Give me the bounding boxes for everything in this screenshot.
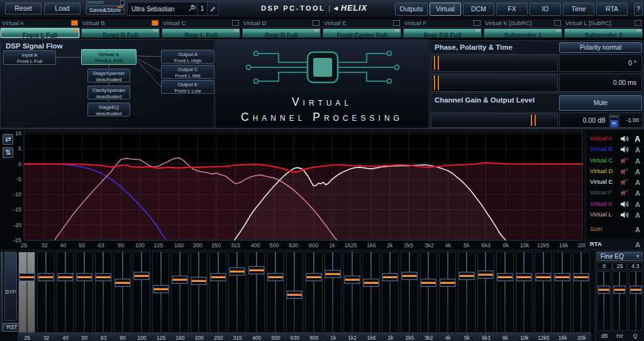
eq-band-handle[interactable] <box>344 276 360 284</box>
eq-band-handle[interactable] <box>401 272 417 280</box>
fine-slider-handle[interactable] <box>614 286 626 294</box>
eq-band-track[interactable] <box>573 252 590 333</box>
flow-node-output-c[interactable]: Output CFront L Mid <box>161 65 214 79</box>
fine-slider-handle[interactable] <box>630 286 641 294</box>
eq-scrollbar[interactable] <box>1 252 3 332</box>
eq-band-handle[interactable] <box>210 273 226 281</box>
fine-eq-slider-hz[interactable] <box>613 271 626 331</box>
fine-eq-value[interactable]: 25 <box>613 262 628 270</box>
eq-band-handle[interactable] <box>134 272 150 280</box>
legend-row-virtual-c[interactable]: Virtual CA <box>586 155 644 165</box>
eq-band-track[interactable] <box>267 252 284 333</box>
eq-band-handle[interactable] <box>230 267 245 276</box>
eq-band-track[interactable] <box>248 252 265 333</box>
reset-button[interactable]: Reset <box>5 3 42 14</box>
eq-band-handle[interactable] <box>382 273 398 281</box>
eq-band-track[interactable] <box>209 252 226 333</box>
channel-link-checkbox[interactable] <box>71 20 78 26</box>
phase-slider-handle[interactable] <box>434 56 439 70</box>
eq-band-handle[interactable] <box>497 273 513 281</box>
eq-band-handle[interactable] <box>364 279 379 287</box>
eq-band-track[interactable] <box>382 252 399 333</box>
bypass-button[interactable]: BYP <box>4 252 17 321</box>
zoom-vertical-button[interactable]: ⇅ <box>3 147 13 158</box>
eq-band-handle[interactable] <box>114 279 130 287</box>
flow-node-clarityxpander[interactable]: ClarityXpanderdeactivated <box>87 86 130 99</box>
nav-dcm-button[interactable]: DCM <box>463 3 494 16</box>
profile-number[interactable]: 1 <box>197 3 207 15</box>
profile-field[interactable]: Ultra Sebastian 1 <box>127 2 219 16</box>
nav-rta-button[interactable]: RTA <box>596 3 628 16</box>
eq-band-handle[interactable] <box>287 291 303 299</box>
speaker-button[interactable]: Subwoofer 2 <box>564 28 643 38</box>
eq-band-track[interactable] <box>401 252 418 333</box>
eq-band-track[interactable] <box>325 252 341 333</box>
legend-row-virtual-b[interactable]: Virtual BA <box>586 143 644 154</box>
eq-band-track[interactable] <box>439 252 456 333</box>
channel-link-checkbox[interactable] <box>474 20 480 26</box>
speaker-button[interactable]: Rear L Full <box>162 28 240 38</box>
phase-slider[interactable] <box>431 54 558 72</box>
time-value[interactable]: 0.00 ms <box>559 74 642 92</box>
polarity-button[interactable]: Polarity normal <box>559 42 642 53</box>
eq-band-handle[interactable] <box>153 285 169 293</box>
edit-profile-button[interactable] <box>207 3 218 15</box>
eq-band-handle[interactable] <box>306 273 321 281</box>
eq-band-track[interactable] <box>133 252 150 333</box>
eq-band-track[interactable] <box>114 252 131 333</box>
legend-row-rta[interactable]: RTAA <box>586 238 644 250</box>
eq-band-handle[interactable] <box>555 273 570 281</box>
gain-value[interactable]: 0.00 dB <box>559 113 609 128</box>
eq-band-track[interactable] <box>535 252 552 333</box>
gain-slider-handle[interactable] <box>531 115 536 126</box>
fine-eq-dropdown[interactable]: Fine EQ▼ <box>597 252 643 261</box>
legend-row-sum[interactable]: SumA <box>586 223 644 234</box>
nav-fx-button[interactable]: FX <box>496 3 528 16</box>
fine-eq-value[interactable]: 4.3 <box>628 262 643 270</box>
eq-band-handle[interactable] <box>248 266 264 274</box>
channel-link-checkbox[interactable] <box>393 20 400 26</box>
channel-link-checkbox[interactable] <box>635 20 641 26</box>
flow-node-stageeq[interactable]: StageEQdeactivated <box>87 103 130 116</box>
rms-label[interactable]: RMS <box>611 113 618 120</box>
mute-button[interactable]: Mute <box>559 95 642 111</box>
speaker-button[interactable]: Front Center Full <box>323 28 401 38</box>
eq-band-track[interactable] <box>37 252 54 333</box>
eq-band-track[interactable] <box>171 252 188 333</box>
fine-eq-slider-q[interactable] <box>629 271 643 331</box>
help-button[interactable]: ? <box>634 3 643 16</box>
fine-slider-handle[interactable] <box>598 286 610 294</box>
channel-link-checkbox[interactable] <box>232 20 239 26</box>
nav-io-button[interactable]: IO <box>530 3 561 16</box>
flow-node-stagexpander[interactable]: StageXpanderdeactivated <box>87 69 130 82</box>
save-store-button[interactable]: Save&Store <box>86 5 125 14</box>
speaker-button[interactable]: Subwoofer 1 <box>484 28 562 38</box>
flow-node-virtual-a[interactable]: Virtual AFront L Full <box>81 49 136 65</box>
fine-eq-value[interactable]: 0 <box>597 262 612 270</box>
nav-virtual-button[interactable]: Virtual <box>430 3 461 16</box>
eq-band-handle[interactable] <box>459 272 475 280</box>
eq-band-track[interactable] <box>553 252 570 333</box>
eq-band-track[interactable] <box>228 252 245 333</box>
zoom-horizontal-button[interactable]: ⇄ <box>3 134 13 145</box>
legend-row-virtual-e[interactable]: Virtual EA <box>586 176 644 187</box>
eq-band-handle[interactable] <box>267 273 283 281</box>
phase-value[interactable]: 0 ° <box>559 54 642 72</box>
eq-band-handle[interactable] <box>325 270 341 278</box>
speaker-button[interactable]: Rear Fill Full <box>403 28 482 38</box>
eq-band-track[interactable] <box>420 252 437 333</box>
time-slider-handle[interactable] <box>434 75 439 90</box>
eq-band-handle[interactable] <box>574 273 589 281</box>
channel-link-checkbox[interactable] <box>554 20 561 26</box>
speaker-button[interactable]: Front L Full <box>1 28 79 38</box>
eq-band-handle[interactable] <box>96 273 111 281</box>
eq-band-handle[interactable] <box>76 273 92 281</box>
load-button[interactable]: Load <box>44 3 80 14</box>
legend-row-virtual-k[interactable]: Virtual KA <box>586 198 644 209</box>
eq-band-track[interactable] <box>75 252 92 333</box>
meter-mode-toggle[interactable]: RMS PK <box>610 113 618 128</box>
eq-band-handle[interactable] <box>19 273 35 281</box>
flow-node-output-a[interactable]: Output AFront L High <box>161 50 214 64</box>
wrench-icon[interactable] <box>187 3 197 14</box>
eq-band-handle[interactable] <box>38 273 54 281</box>
